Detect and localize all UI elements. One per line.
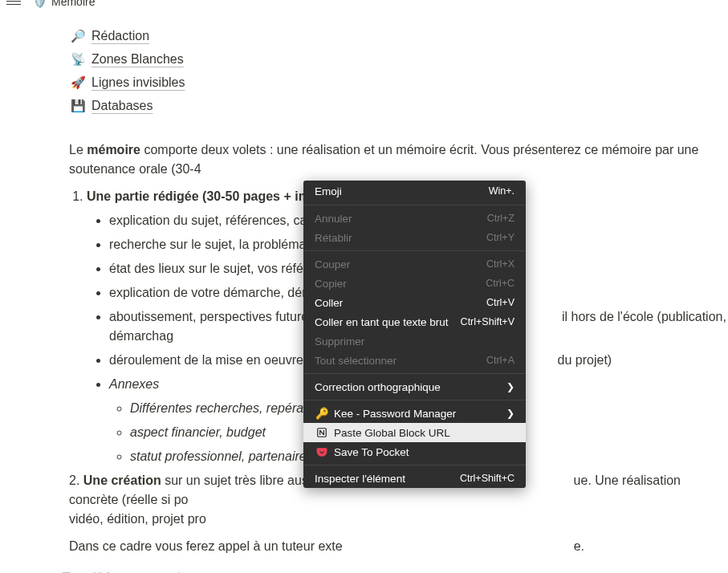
- ctx-paste-global-block[interactable]: Paste Global Block URL: [303, 423, 526, 442]
- add-block-button[interactable]: +: [35, 566, 45, 573]
- page-link-label[interactable]: Lignes invisibles: [92, 75, 185, 90]
- page-link-label[interactable]: Zones Blanches: [92, 52, 184, 67]
- page-link[interactable]: 🚀 Lignes invisibles: [69, 75, 728, 90]
- ctx-cut: CouperCtrl+X: [303, 254, 526, 274]
- drag-handle[interactable]: ⠿: [48, 570, 55, 573]
- ctx-emoji[interactable]: EmojiWin+.: [303, 181, 526, 201]
- page-emoji-icon: 🛡️: [32, 0, 47, 9]
- page-link-list: 🔎 Rédaction 📡 Zones Blanches 🚀 Lignes in…: [69, 29, 728, 113]
- notion-icon: [315, 427, 329, 438]
- chevron-right-icon: ❯: [506, 381, 514, 392]
- menu-toggle-button[interactable]: [6, 0, 21, 6]
- ctx-save-to-pocket[interactable]: Save To Pocket: [303, 442, 526, 461]
- ctx-copy: CopierCtrl+C: [303, 274, 526, 293]
- breadcrumb-title[interactable]: Mémoire: [51, 0, 95, 8]
- chevron-right-icon: ❯: [506, 408, 514, 419]
- page-link[interactable]: 💾 Databases: [69, 99, 728, 113]
- page-link[interactable]: 📡 Zones Blanches: [69, 52, 728, 67]
- rocket-icon: 🚀: [69, 75, 87, 90]
- ctx-paste[interactable]: CollerCtrl+V: [303, 293, 526, 312]
- ctx-delete: Supprimer: [303, 331, 526, 351]
- ctx-redo: RétablirCtrl+Y: [303, 228, 526, 247]
- ctx-select-all: Tout sélectionnerCtrl+A: [303, 351, 526, 370]
- key-icon: 🔑: [315, 407, 329, 420]
- context-menu: EmojiWin+. AnnulerCtrl+Z RétablirCtrl+Y …: [303, 181, 526, 488]
- page-link-label[interactable]: Databases: [92, 99, 153, 113]
- paragraph: Dans ce cadre vous ferez appel à un tute…: [69, 537, 728, 556]
- page-link-label[interactable]: Rédaction: [92, 29, 149, 43]
- floppy-icon: 💾: [69, 99, 87, 113]
- pocket-icon: [315, 446, 329, 457]
- ctx-paste-plain[interactable]: Coller en tant que texte brutCtrl+Shift+…: [303, 312, 526, 331]
- magnifier-icon: 🔎: [69, 29, 87, 43]
- ctx-spellcheck[interactable]: Correction orthographique❯: [303, 377, 526, 396]
- ctx-kee[interactable]: 🔑 Kee - Password Manager ❯: [303, 404, 526, 423]
- ctx-undo: AnnulerCtrl+Z: [303, 209, 526, 228]
- satellite-icon: 📡: [69, 52, 87, 67]
- ctx-inspect[interactable]: Inspecter l'élémentCtrl+Shift+C: [303, 469, 526, 488]
- intro-paragraph: Le mémoire comporte deux volets : une ré…: [69, 140, 728, 179]
- page-link[interactable]: 🔎 Rédaction: [69, 29, 728, 43]
